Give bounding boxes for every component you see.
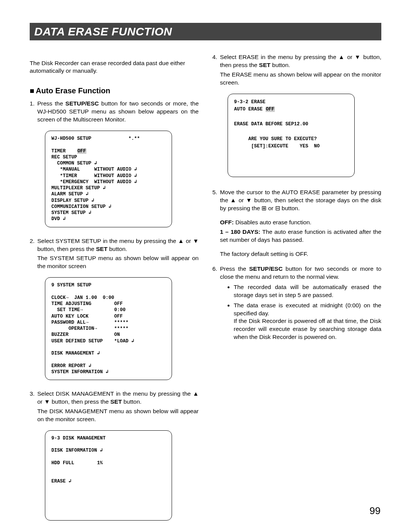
steps-left-3: 3. Select DISK MANAGEMENT in the menu by… [30, 390, 199, 423]
step-4: 4. Select ERASE in the menu by pressing … [212, 53, 381, 87]
step-5: 5. Move the cursor to the AUTO ERASE par… [212, 189, 381, 258]
square-bullet-icon: ■ [30, 86, 34, 95]
screen4-post: ERASE DATA BEFORE SEP12.00 ARE YOU SURE … [234, 121, 320, 149]
off-text: Disables auto erase function. [234, 219, 311, 225]
page-title-bar: DATA ERASE FUNCTION [30, 23, 381, 40]
screen1-highlight: OFF [77, 149, 87, 154]
set-label: SET [259, 62, 271, 68]
step-2: 2. Select SYSTEM SETUP in the menu by pr… [30, 237, 199, 271]
content-columns: The Disk Recorder can erase recorded dat… [30, 53, 381, 530]
steps-left: 1. Press the SETUP/ESC button for two se… [30, 100, 199, 124]
step-number: 4. [212, 53, 217, 61]
bullet2b-text: If the Disk Recorder is powered off at t… [234, 318, 381, 340]
screen4-pre: 9-3-2 ERASE AUTO ERASE [234, 99, 266, 112]
intro-text: The Disk Recorder can erase recorded dat… [30, 59, 199, 75]
section-heading-text: Auto Erase Function [36, 86, 110, 95]
step2-text-b: button. [107, 246, 127, 252]
step6-text-a: Press the [220, 265, 249, 272]
step-number: 5. [212, 189, 217, 197]
step-number: 2. [30, 237, 35, 245]
step3-text-b: button. [122, 398, 142, 405]
days-label: 1 – 180 DAYS: [220, 228, 260, 235]
step-3: 3. Select DISK MANAGEMENT in the menu by… [30, 390, 199, 423]
document-page: DATA ERASE FUNCTION The Disk Recorder ca… [0, 0, 411, 532]
set-label: SET [110, 398, 122, 405]
step-number: 6. [212, 265, 217, 273]
set-label: SET [96, 246, 107, 252]
steps-right: 4. Select ERASE in the menu by pressing … [212, 53, 381, 87]
page-number: 99 [370, 505, 381, 517]
step6-bullets: The recorded data will be automatically … [227, 283, 381, 341]
step1-text-a: Press the [37, 100, 65, 107]
screen-erase: 9-3-2 ERASE AUTO ERASE OFF ERASE DATA BE… [228, 94, 355, 177]
screen-wjhd500-setup: WJ-HD500 SETUP *.** TIMER OFF REC SETUP … [45, 131, 172, 227]
section-heading: ■Auto Erase Function [30, 86, 199, 96]
step4-text-a: Select ERASE in the menu by pressing the… [220, 54, 381, 68]
screen1-pre: WJ-HD500 SETUP *.** TIMER [51, 136, 140, 154]
bullet-item: The data erase is executed at midnight (… [234, 302, 381, 342]
factory-default: The factory default setting is OFF. [220, 250, 381, 258]
steps-left-2: 2. Select SYSTEM SETUP in the menu by pr… [30, 237, 199, 271]
setup-esc-label: SETUP/ESC [65, 100, 99, 107]
step4-text-c: The ERASE menu as shown below will appea… [220, 71, 381, 87]
step-1: 1. Press the SETUP/ESC button for two se… [30, 100, 199, 124]
step3-text-c: The DISK MANAGEMENT menu as shown below … [37, 407, 199, 423]
screen-disk-management: 9-3 DISK MANAGEMENT DISK INFORMATION ↲ H… [45, 430, 172, 521]
step5-text: Move the cursor to the AUTO ERASE parame… [220, 189, 381, 212]
bullet-item: The recorded data will be automatically … [234, 283, 381, 299]
step2-text-c: The SYSTEM SETUP menu as shown below wil… [37, 254, 199, 270]
screen1-post: REC SETUP COMMON SETUP ↲ *MANUAL WITHOUT… [51, 155, 137, 222]
page-title: DATA ERASE FUNCTION [34, 25, 172, 38]
left-column: The Disk Recorder can erase recorded dat… [30, 53, 199, 530]
setup-esc-label: SETUP/ESC [249, 265, 283, 272]
right-column: 4. Select ERASE in the menu by pressing … [212, 53, 381, 530]
step-number: 3. [30, 390, 35, 398]
steps-right-5: 5. Move the cursor to the AUTO ERASE par… [212, 189, 381, 341]
step4-text-b: button. [271, 62, 290, 68]
screen-system-setup: 9 SYSTEM SETUP CLOCK→ JAN 1.00 0:00 TIME… [45, 277, 172, 380]
step-number: 1. [30, 100, 35, 108]
off-label: OFF: [220, 219, 234, 225]
screen4-highlight: OFF [266, 107, 275, 112]
step-6: 6. Press the SETUP/ESC button for two se… [212, 265, 381, 341]
bullet2-text: The data erase is executed at midnight (… [234, 302, 381, 316]
